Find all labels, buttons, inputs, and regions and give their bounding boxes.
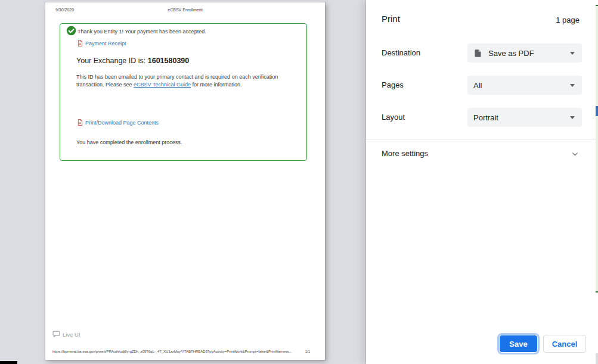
thank-you-message: Thank you Entity 1! Your payment has bee… (78, 29, 206, 35)
destination-value: Save as PDF (488, 49, 534, 58)
document-icon (473, 49, 482, 58)
more-settings-button[interactable]: More settings (366, 139, 596, 168)
payment-receipt-link: Payment Receipt (78, 40, 126, 46)
print-preview-page: 9/30/2020 eCBSV Enrollment Thank you Ent… (45, 2, 325, 360)
exchange-id-info: This ID has been emailed to your primary… (76, 73, 299, 89)
page-count: 1 page (556, 15, 580, 24)
screen: 9/30/2020 eCBSV Enrollment Thank you Ent… (0, 0, 598, 364)
pages-select[interactable]: All (467, 76, 582, 95)
print-download-link: Print/Download Page Contents (78, 119, 159, 126)
layout-select[interactable]: Portrait (467, 108, 582, 127)
pdf-file-icon (78, 40, 83, 46)
live-ui-badge: Live UI (52, 331, 80, 338)
background-page-bottom-edge (596, 353, 598, 364)
dropdown-caret-icon (570, 84, 575, 87)
background-page-link-fragment (596, 106, 598, 116)
pages-label: Pages (382, 76, 459, 95)
cancel-button[interactable]: Cancel (543, 335, 586, 353)
enrollment-success-box: Thank you Entity 1! Your payment has bee… (60, 23, 307, 161)
print-dialog: Print 1 page Destination Save as PDF Pag… (366, 0, 596, 364)
exchange-id-value: 1601580390 (148, 57, 190, 65)
save-button[interactable]: Save (500, 335, 537, 352)
technical-guide-link: eCBSV Technical Guide (134, 82, 191, 88)
footer-page-indicator: 1/1 (305, 350, 310, 353)
preview-header-title: eCBSV Enrollment (45, 8, 325, 12)
info-text-after: for more information. (191, 82, 242, 88)
dropdown-caret-icon (570, 52, 575, 55)
speech-bubble-icon (52, 331, 60, 338)
live-ui-label: Live UI (63, 331, 80, 338)
background-page-green-box-edge (596, 5, 598, 293)
preview-footer: https://bpmsval.ba.ssa.gov/prweb/PRAuth/… (52, 350, 310, 353)
dropdown-caret-icon (570, 116, 575, 119)
footer-url: https://bpmsval.ba.ssa.gov/prweb/PRAuth/… (52, 350, 292, 353)
check-circle-icon (66, 26, 76, 36)
background-page-edge (596, 0, 598, 364)
bottom-left-artifact (0, 361, 17, 364)
print-preview-area: 9/30/2020 eCBSV Enrollment Thank you Ent… (0, 0, 366, 364)
pdf-file-icon (78, 119, 83, 126)
destination-select[interactable]: Save as PDF (467, 43, 582, 63)
more-settings-label: More settings (382, 139, 428, 168)
payment-receipt-label: Payment Receipt (85, 41, 126, 46)
layout-label: Layout (382, 108, 459, 127)
exchange-id-label: Your Exchange ID is: (76, 57, 148, 65)
chevron-down-icon (571, 150, 579, 158)
dialog-title: Print (382, 14, 400, 24)
print-download-label: Print/Download Page Contents (85, 120, 159, 126)
enrollment-complete-message: You have completed the enrollment proces… (76, 139, 182, 145)
exchange-id-line: Your Exchange ID is: 1601580390 (76, 57, 189, 65)
layout-value: Portrait (473, 113, 498, 122)
destination-label: Destination (382, 43, 459, 63)
pages-value: All (473, 81, 482, 90)
